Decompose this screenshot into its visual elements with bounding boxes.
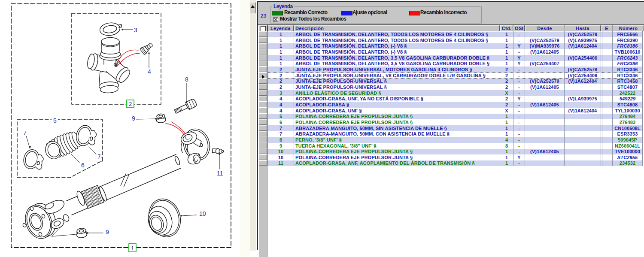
svg-text:7: 7 [23, 130, 27, 136]
svg-text:8: 8 [185, 76, 188, 83]
svg-text:3: 3 [134, 27, 137, 33]
svg-text:9: 9 [106, 229, 109, 236]
svg-text:1: 1 [131, 245, 134, 251]
svg-text:6: 6 [81, 162, 85, 169]
svg-text:7: 7 [97, 153, 101, 160]
svg-text:10: 10 [199, 210, 206, 217]
svg-text:4: 4 [148, 68, 151, 75]
svg-text:5: 5 [53, 117, 57, 124]
svg-text:]: ] [101, 157, 103, 162]
svg-text:11: 11 [217, 170, 223, 177]
svg-text:9: 9 [132, 115, 135, 122]
svg-text:2: 2 [129, 101, 132, 107]
